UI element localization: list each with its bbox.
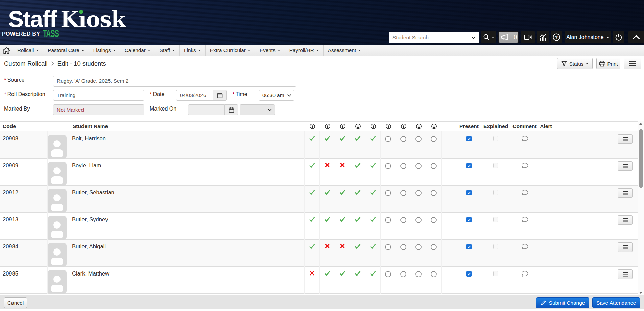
print-button[interactable]: Print	[596, 58, 620, 69]
row-menu-button[interactable]	[618, 161, 633, 171]
nav-item-calendar[interactable]: Calendar	[120, 45, 155, 56]
attendance-radio[interactable]	[426, 267, 442, 294]
attendance-cross[interactable]	[305, 267, 320, 294]
student-avatar[interactable]	[48, 135, 67, 159]
radio-button[interactable]	[431, 244, 437, 250]
row-menu-button[interactable]	[618, 188, 633, 198]
attendance-check[interactable]	[365, 240, 381, 267]
attendance-check[interactable]	[335, 131, 350, 159]
comment-button[interactable]	[510, 240, 539, 267]
attendance-radio[interactable]	[426, 213, 442, 240]
attendance-radio[interactable]	[411, 213, 426, 240]
nav-item-staff[interactable]: Staff	[155, 45, 180, 56]
student-avatar[interactable]	[48, 216, 67, 240]
radio-button[interactable]	[385, 190, 391, 196]
attendance-check[interactable]	[365, 186, 381, 213]
notices-button[interactable]: 0	[498, 31, 519, 43]
cancel-button[interactable]: Cancel	[4, 297, 27, 308]
save-attendance-button[interactable]: Save Attendance	[592, 297, 640, 308]
radio-button[interactable]	[415, 217, 422, 223]
date-input[interactable]	[176, 90, 213, 101]
time-select[interactable]: 06:30 am	[259, 90, 294, 101]
breadcrumb-parent[interactable]: Custom Rollcall	[4, 60, 48, 67]
attendance-check[interactable]	[350, 267, 365, 294]
radio-button[interactable]	[415, 136, 422, 142]
attendance-radio[interactable]	[396, 186, 411, 213]
comment-button[interactable]	[510, 159, 539, 186]
attendance-radio[interactable]	[381, 213, 396, 240]
radio-button[interactable]	[431, 136, 437, 142]
present-checkbox[interactable]	[457, 159, 481, 186]
attendance-radio[interactable]	[396, 131, 411, 159]
info-icon[interactable]	[411, 124, 426, 129]
attendance-radio[interactable]	[396, 159, 411, 186]
explained-checkbox[interactable]	[481, 267, 510, 294]
logout-button[interactable]	[613, 31, 624, 43]
explained-checkbox[interactable]	[481, 131, 510, 159]
radio-button[interactable]	[431, 190, 437, 196]
radio-button[interactable]	[385, 244, 391, 250]
explained-checkbox[interactable]	[481, 159, 510, 186]
student-avatar[interactable]	[48, 189, 67, 213]
scrollbar-thumb[interactable]	[639, 129, 643, 188]
row-menu-button[interactable]	[618, 215, 633, 225]
attendance-check[interactable]	[350, 131, 365, 159]
attendance-check[interactable]	[350, 186, 365, 213]
attendance-radio[interactable]	[411, 186, 426, 213]
attendance-radio[interactable]	[381, 131, 396, 159]
attendance-check[interactable]	[305, 186, 320, 213]
radio-button[interactable]	[400, 190, 406, 196]
present-checkbox[interactable]	[457, 267, 481, 294]
nav-item-payroll-hr[interactable]: Payroll/HR	[285, 45, 324, 56]
student-avatar[interactable]	[48, 270, 67, 294]
attendance-check[interactable]	[305, 159, 320, 186]
radio-button[interactable]	[400, 217, 406, 223]
attendance-radio[interactable]	[426, 131, 442, 159]
scrollbar-up-arrow[interactable]	[638, 121, 644, 126]
comment-button[interactable]	[510, 213, 539, 240]
attendance-check[interactable]	[320, 213, 335, 240]
radio-button[interactable]	[400, 136, 406, 142]
table-scrollbar[interactable]	[638, 121, 644, 296]
radio-button[interactable]	[415, 271, 422, 277]
comment-button[interactable]	[510, 186, 539, 213]
attendance-check[interactable]	[365, 267, 381, 294]
attendance-check[interactable]	[320, 186, 335, 213]
roll-description-input[interactable]	[53, 90, 144, 101]
attendance-radio[interactable]	[381, 186, 396, 213]
attendance-radio[interactable]	[411, 267, 426, 294]
radio-button[interactable]	[385, 217, 391, 223]
attendance-check[interactable]	[320, 267, 335, 294]
present-checkbox[interactable]	[457, 213, 481, 240]
present-checkbox[interactable]	[457, 131, 481, 159]
nav-item-links[interactable]: Links	[180, 45, 206, 56]
student-search-select[interactable]: Student Search	[389, 32, 479, 43]
row-menu-button[interactable]	[618, 242, 633, 252]
attendance-radio[interactable]	[426, 240, 442, 267]
attendance-check[interactable]	[350, 159, 365, 186]
attendance-radio[interactable]	[426, 186, 442, 213]
radio-button[interactable]	[385, 163, 391, 169]
explained-checkbox[interactable]	[481, 186, 510, 213]
nav-item-events[interactable]: Events	[255, 45, 285, 56]
info-icon[interactable]	[305, 124, 320, 129]
attendance-check[interactable]	[350, 213, 365, 240]
search-button[interactable]	[481, 31, 496, 43]
attendance-check[interactable]	[365, 131, 381, 159]
attendance-check[interactable]	[365, 213, 381, 240]
explained-checkbox[interactable]	[481, 240, 510, 267]
student-avatar[interactable]	[48, 243, 67, 267]
comment-button[interactable]	[510, 267, 539, 294]
present-checkbox[interactable]	[457, 240, 481, 267]
source-input[interactable]	[53, 76, 296, 87]
attendance-cross[interactable]	[320, 159, 335, 186]
video-button[interactable]	[521, 31, 535, 43]
help-button[interactable]: ?	[551, 31, 562, 43]
attendance-radio[interactable]	[381, 159, 396, 186]
attendance-cross[interactable]	[335, 159, 350, 186]
nav-item-pastoral-care[interactable]: Pastoral Care	[43, 45, 89, 56]
attendance-radio[interactable]	[396, 213, 411, 240]
comment-button[interactable]	[510, 131, 539, 159]
info-icon[interactable]	[426, 124, 442, 129]
radio-button[interactable]	[400, 244, 406, 250]
